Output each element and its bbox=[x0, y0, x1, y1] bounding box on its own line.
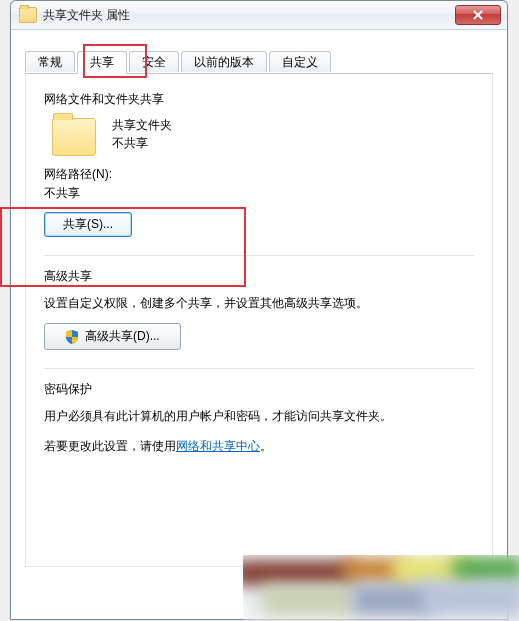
advanced-desc: 设置自定义权限，创建多个共享，并设置其他高级共享选项。 bbox=[44, 293, 474, 313]
divider bbox=[44, 255, 474, 256]
network-path-label: 网络路径(N): bbox=[44, 166, 474, 183]
folder-info: 共享文件夹 不共享 bbox=[112, 116, 172, 152]
password-desc2: 若要更改此设置，请使用网络和共享中心。 bbox=[44, 436, 474, 456]
shield-icon bbox=[65, 330, 79, 344]
titlebar[interactable]: 共享文件夹 属性 bbox=[11, 1, 507, 30]
advanced-share-button-label: 高级共享(D)... bbox=[85, 328, 160, 345]
close-icon bbox=[472, 10, 484, 20]
divider bbox=[44, 368, 474, 369]
share-state: 不共享 bbox=[112, 134, 172, 152]
censored-region bbox=[243, 555, 519, 621]
folder-icon bbox=[19, 7, 37, 23]
share-button-label: 共享(S)... bbox=[63, 216, 113, 233]
tab-sharing[interactable]: 共享 bbox=[77, 51, 127, 74]
folder-name: 共享文件夹 bbox=[112, 116, 172, 134]
network-sharing-center-link[interactable]: 网络和共享中心 bbox=[176, 439, 260, 453]
close-button[interactable] bbox=[455, 5, 501, 25]
tab-general[interactable]: 常规 bbox=[25, 51, 75, 72]
tab-panel-sharing: 网络文件和文件夹共享 共享文件夹 不共享 网络路径(N): 不共享 共享(S).… bbox=[25, 73, 493, 567]
section-heading-network-sharing: 网络文件和文件夹共享 bbox=[44, 91, 474, 108]
client-area: 常规 共享 安全 以前的版本 自定义 网络文件和文件夹共享 共享文件夹 不共享 … bbox=[15, 31, 503, 615]
properties-dialog: 共享文件夹 属性 常规 共享 安全 以前的版本 自定义 网络文件和文件夹共享 共… bbox=[10, 0, 508, 620]
section-heading-advanced: 高级共享 bbox=[44, 268, 474, 285]
password-desc2-pre: 若要更改此设置，请使用 bbox=[44, 439, 176, 453]
tab-security[interactable]: 安全 bbox=[129, 51, 179, 72]
network-path-value: 不共享 bbox=[44, 185, 474, 202]
tab-customize[interactable]: 自定义 bbox=[269, 51, 331, 72]
share-button[interactable]: 共享(S)... bbox=[44, 212, 132, 237]
tab-strip: 常规 共享 安全 以前的版本 自定义 bbox=[25, 51, 493, 74]
password-desc2-post: 。 bbox=[260, 439, 272, 453]
folder-large-icon bbox=[52, 118, 96, 156]
tab-previous-versions[interactable]: 以前的版本 bbox=[181, 51, 267, 72]
share-status-row: 共享文件夹 不共享 bbox=[52, 116, 474, 156]
section-heading-password: 密码保护 bbox=[44, 381, 474, 398]
window-title: 共享文件夹 属性 bbox=[43, 7, 130, 24]
password-desc1: 用户必须具有此计算机的用户帐户和密码，才能访问共享文件夹。 bbox=[44, 406, 474, 426]
advanced-share-button[interactable]: 高级共享(D)... bbox=[44, 323, 181, 350]
